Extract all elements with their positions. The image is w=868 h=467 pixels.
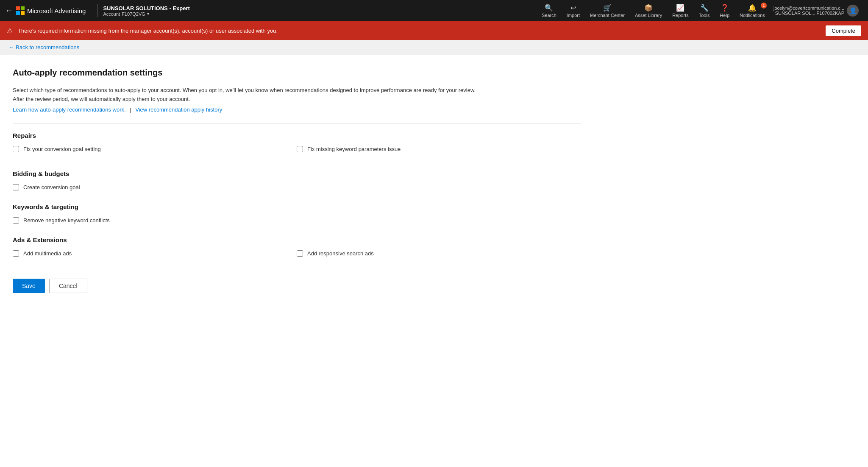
user-menu[interactable]: jocelyn@covertcommunication.c... SUNSOLA…	[769, 5, 863, 17]
help-icon: ❓	[721, 4, 729, 12]
user-avatar: 👤	[847, 5, 859, 17]
nav-item-search[interactable]: 🔍 Search	[537, 0, 561, 21]
nav-import-label: Import	[567, 13, 580, 18]
nav-items: 🔍 Search ↩ Import 🛒 Merchant Center 📦 As…	[537, 0, 769, 21]
user-email: jocelyn@covertcommunication.c...	[773, 6, 844, 11]
remove-negative-checkbox[interactable]	[13, 217, 19, 224]
alert-text: There's required information missing fro…	[18, 28, 821, 34]
brand-name: Microsoft Advertising	[27, 7, 86, 14]
nav-item-help[interactable]: ❓ Help	[715, 0, 734, 21]
checkbox-row-fix-conversion: Fix your conversion goal setting	[13, 146, 297, 152]
create-conversion-label[interactable]: Create conversion goal	[23, 184, 80, 190]
import-icon: ↩	[570, 4, 576, 12]
fix-keyword-checkbox[interactable]	[297, 146, 303, 152]
asset-library-icon: 📦	[644, 4, 653, 12]
tools-icon: 🔧	[700, 4, 709, 12]
save-button[interactable]: Save	[13, 279, 45, 293]
back-to-recommendations-link[interactable]: ← Back to recommendations	[8, 44, 79, 50]
fix-conversion-checkbox[interactable]	[13, 146, 19, 152]
nav-item-notifications-wrapper: 🔔 Notifications 1	[735, 0, 769, 21]
complete-button[interactable]: Complete	[826, 25, 861, 36]
page-links: Learn how auto-apply recommendations wor…	[13, 106, 581, 113]
cancel-button[interactable]: Cancel	[49, 279, 87, 293]
repairs-section-title: Repairs	[13, 132, 581, 139]
nav-help-label: Help	[720, 13, 729, 18]
user-info: jocelyn@covertcommunication.c... SUNSOLA…	[773, 6, 844, 16]
nav-item-merchant-center[interactable]: 🛒 Merchant Center	[586, 0, 629, 21]
fix-keyword-label[interactable]: Fix missing keyword parameters issue	[307, 146, 401, 152]
account-selector[interactable]: SUNSOLAR SOLUTIONS - Expert Account F107…	[103, 5, 189, 17]
ads-section-title: Ads & Extensions	[13, 236, 581, 243]
nav-merchant-label: Merchant Center	[590, 13, 625, 18]
nav-tools-label: Tools	[699, 13, 710, 18]
alert-icon: ⚠	[7, 27, 13, 35]
button-row: Save Cancel	[13, 274, 581, 293]
nav-item-tools[interactable]: 🔧 Tools	[695, 0, 714, 21]
nav-item-asset-library[interactable]: 📦 Asset Library	[631, 0, 666, 21]
keywords-section-title: Keywords & targeting	[13, 203, 581, 210]
page-description: Select which type of recommendations to …	[13, 86, 479, 104]
reports-icon: 📈	[676, 4, 684, 12]
nav-item-import[interactable]: ↩ Import	[562, 0, 584, 21]
breadcrumb-bar: ← Back to recommendations	[0, 40, 868, 55]
logo: Microsoft Advertising	[16, 6, 86, 15]
user-account: SUNSOLAR SOL... F107002KAP	[775, 11, 844, 16]
breadcrumb-label: Back to recommendations	[16, 44, 79, 50]
nav-notifications-label: Notifications	[740, 13, 765, 18]
add-multimedia-checkbox[interactable]	[13, 250, 19, 257]
checkbox-row-responsive: Add responsive search ads	[297, 250, 581, 257]
ads-checkboxes: Add multimedia ads Add responsive search…	[13, 250, 581, 262]
account-dropdown-button[interactable]: ▾	[147, 11, 149, 16]
back-arrow-icon: ←	[8, 44, 14, 50]
account-label: Account	[103, 11, 120, 17]
notification-badge: 1	[761, 3, 767, 8]
add-responsive-checkbox[interactable]	[297, 250, 303, 257]
merchant-center-icon: 🛒	[603, 4, 612, 12]
ads-section: Ads & Extensions Add multimedia ads Add …	[13, 236, 581, 262]
repairs-section: Repairs Fix your conversion goal setting…	[13, 132, 581, 157]
account-id-row: Account F107Q2VG ▾	[103, 11, 189, 17]
bidding-section-title: Bidding & budgets	[13, 170, 581, 177]
view-history-link[interactable]: View recommendation apply history	[135, 106, 222, 113]
keywords-section: Keywords & targeting Remove negative key…	[13, 203, 581, 224]
checkbox-row-create-conversion: Create conversion goal	[13, 184, 581, 190]
microsoft-logo-icon	[16, 6, 25, 15]
nav-item-reports[interactable]: 📈 Reports	[668, 0, 693, 21]
account-name: SUNSOLAR SOLUTIONS - Expert	[103, 5, 189, 11]
account-id: F107Q2VG	[122, 11, 145, 17]
checkbox-row-remove-negative: Remove negative keyword conflicts	[13, 217, 581, 224]
nav-divider	[97, 4, 98, 17]
notifications-icon: 🔔	[748, 4, 757, 12]
add-responsive-label[interactable]: Add responsive search ads	[307, 250, 374, 257]
create-conversion-checkbox[interactable]	[13, 184, 19, 190]
fix-conversion-label[interactable]: Fix your conversion goal setting	[23, 146, 101, 152]
alert-bar: ⚠ There's required information missing f…	[0, 21, 868, 40]
add-multimedia-label[interactable]: Add multimedia ads	[23, 250, 72, 257]
repairs-checkboxes: Fix your conversion goal setting Fix mis…	[13, 146, 581, 157]
top-navigation: ← Microsoft Advertising SUNSOLAR SOLUTIO…	[0, 0, 868, 21]
nav-asset-label: Asset Library	[635, 13, 662, 18]
search-icon: 🔍	[545, 4, 553, 12]
checkbox-row-multimedia: Add multimedia ads	[13, 250, 297, 257]
checkbox-row-fix-keyword: Fix missing keyword parameters issue	[297, 146, 581, 152]
link-separator: |	[130, 106, 131, 113]
page-title: Auto-apply recommendation settings	[13, 68, 581, 78]
remove-negative-label[interactable]: Remove negative keyword conflicts	[23, 217, 110, 224]
section-divider	[13, 123, 581, 123]
nav-back-button[interactable]: ←	[5, 6, 13, 15]
nav-reports-label: Reports	[672, 13, 689, 18]
main-content: Auto-apply recommendation settings Selec…	[0, 55, 593, 310]
nav-search-label: Search	[542, 13, 556, 18]
bidding-section: Bidding & budgets Create conversion goal	[13, 170, 581, 190]
learn-how-link[interactable]: Learn how auto-apply recommendations wor…	[13, 106, 126, 113]
